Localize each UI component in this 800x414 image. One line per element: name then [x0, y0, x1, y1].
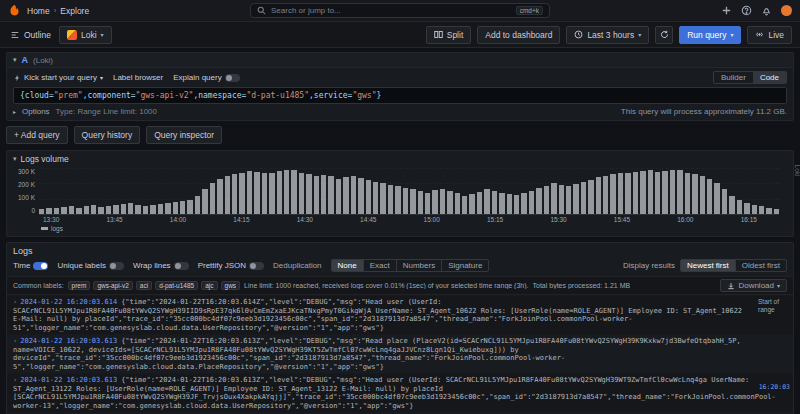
plus-icon[interactable]	[721, 5, 732, 16]
log-row[interactable]: ›2024-01-22 16:20:03.613{"time":"2024-01…	[7, 373, 793, 412]
volume-bar	[707, 179, 712, 214]
explore-toolbar: Outline Loki ▾ Split Add to dashboard La…	[0, 22, 800, 48]
log-row[interactable]: ›2024-01-22 16:20:03.614{"time":"2024-01…	[7, 295, 793, 334]
breadcrumb-home[interactable]: Home	[27, 6, 50, 16]
volume-bar	[343, 177, 348, 214]
volume-bar	[269, 173, 274, 214]
search-placeholder: Search or jump to...	[271, 6, 341, 15]
breadcrumb-explore[interactable]: Explore	[60, 6, 89, 16]
dedup-option-numbers[interactable]: Numbers	[396, 260, 441, 271]
refresh-button[interactable]	[655, 26, 673, 44]
order-option-newest-first[interactable]: Newest first	[681, 260, 735, 271]
query-row-header[interactable]: ▾ A (Loki)	[7, 53, 793, 68]
volume-bar	[106, 206, 111, 214]
explain-query-switch[interactable]	[225, 74, 240, 82]
toggle-switch[interactable]	[109, 262, 124, 270]
search-input[interactable]: Search or jump to... cmd+k	[250, 3, 550, 18]
expand-chevron-icon[interactable]: ›	[13, 376, 17, 384]
volume-bar	[54, 208, 59, 214]
volume-bar	[714, 183, 719, 214]
code-mode-option[interactable]: Code	[753, 72, 786, 83]
volume-bar	[187, 200, 192, 214]
add-to-dashboard-button[interactable]: Add to dashboard	[477, 26, 560, 44]
common-labels-label: Common labels:	[13, 282, 64, 289]
query-datasource-hint: (Loki)	[33, 56, 53, 65]
toggle-unique-labels[interactable]: Unique labels	[57, 261, 123, 270]
toggle-switch[interactable]	[33, 262, 48, 270]
toggle-switch[interactable]	[174, 262, 189, 270]
help-icon[interactable]	[741, 5, 752, 16]
common-label-chip: gws	[221, 281, 241, 290]
volume-bar	[388, 185, 393, 214]
explain-query-toggle[interactable]: Explain query	[173, 73, 239, 82]
query-inspector-button[interactable]: Query inspector	[146, 126, 222, 144]
toggle-time[interactable]: Time	[13, 261, 48, 270]
volume-bar	[91, 205, 96, 214]
start-of-range-label: Start of range	[758, 298, 790, 314]
toggle-switch[interactable]	[249, 262, 264, 270]
logs-volume-header[interactable]: ▾ Logs volume	[7, 151, 793, 165]
log-timestamp: 2024-01-22 16:20:03.614	[20, 298, 117, 306]
run-query-button[interactable]: Run query ▾	[679, 26, 741, 44]
collapse-chevron-icon[interactable]: ▾	[13, 155, 17, 163]
dedup-option-exact[interactable]: Exact	[363, 260, 396, 271]
datasource-picker[interactable]: Loki ▾	[59, 26, 112, 44]
outline-button[interactable]: Outline	[8, 26, 53, 44]
builder-mode-option[interactable]: Builder	[714, 72, 753, 83]
bell-icon[interactable]	[761, 5, 772, 16]
top-nav: Home › Explore Search or jump to... cmd+…	[0, 0, 800, 22]
logs-volume-bars	[39, 168, 779, 214]
common-label-chip: d-pat-u1485	[155, 281, 198, 290]
volume-bar	[499, 193, 504, 214]
kick-start-query-button[interactable]: Kick start your query ▾	[13, 73, 103, 82]
log-row[interactable]: ›2024-01-22 16:20:03.613{"time":"2024-01…	[7, 334, 793, 373]
toggle-prettify-json[interactable]: Prettify JSON	[198, 261, 264, 270]
volume-bar	[410, 189, 415, 214]
split-button[interactable]: Split	[426, 26, 472, 44]
live-button[interactable]: Live	[747, 26, 792, 44]
volume-bar	[752, 205, 757, 214]
query-ref-id: A	[22, 55, 29, 65]
expand-chevron-icon[interactable]: ›	[13, 337, 17, 345]
volume-bar	[677, 170, 682, 214]
volume-bar	[521, 193, 526, 214]
bytes-processed-text: Total bytes processed: 1.21 MB	[533, 282, 631, 289]
dedup-option-none[interactable]: None	[332, 260, 363, 271]
volume-bar	[321, 175, 326, 214]
volume-bar	[76, 208, 81, 214]
download-button[interactable]: Download ▾	[720, 279, 787, 292]
legend-label[interactable]: logs	[51, 225, 63, 232]
volume-bar	[403, 188, 408, 214]
log-timestamp: 2024-01-22 16:20:03.613	[20, 376, 117, 384]
expand-chevron-icon[interactable]: ›	[13, 298, 17, 306]
add-query-button[interactable]: + Add query	[6, 126, 68, 144]
volume-bar	[655, 172, 660, 214]
query-expression[interactable]: {cloud="prem",component="gws-api-v2",nam…	[13, 87, 787, 104]
volume-bar	[670, 170, 675, 214]
volume-bar	[685, 173, 690, 214]
volume-bar	[314, 176, 319, 214]
user-avatar[interactable]	[781, 5, 792, 16]
y-tick-label: 100 K	[18, 194, 35, 201]
collapse-chevron-icon[interactable]: ▾	[13, 56, 17, 64]
toggle-wrap-lines[interactable]: Wrap lines	[133, 261, 189, 270]
volume-bar	[432, 190, 437, 214]
line-limit-text: Line limit: 1000 reached, received logs …	[244, 282, 528, 289]
logs-toggles: TimeUnique labelsWrap linesPrettify JSON	[13, 261, 264, 270]
query-options-row: ▸ Options Type: Range Line limit: 1000 T…	[7, 104, 793, 120]
options-label[interactable]: Options	[22, 107, 50, 116]
chart-legend[interactable]: logs	[41, 225, 787, 232]
legend-swatch	[41, 227, 48, 230]
volume-bar	[700, 176, 705, 214]
dedup-option-signature[interactable]: Signature	[441, 260, 488, 271]
label-browser-button[interactable]: Label browser	[113, 73, 163, 82]
common-label-chip: aci	[136, 281, 152, 290]
order-option-oldest-first[interactable]: Oldest first	[735, 260, 786, 271]
grafana-logo[interactable]	[8, 4, 21, 17]
time-range-picker[interactable]: Last 3 hours ▾	[566, 26, 649, 44]
options-chevron-icon[interactable]: ▸	[13, 108, 16, 115]
volume-bar	[291, 170, 296, 214]
volume-bar	[395, 186, 400, 214]
log-rows: Start of range ›2024-01-22 16:20:03.614{…	[7, 295, 793, 414]
query-history-button[interactable]: Query history	[74, 126, 141, 144]
